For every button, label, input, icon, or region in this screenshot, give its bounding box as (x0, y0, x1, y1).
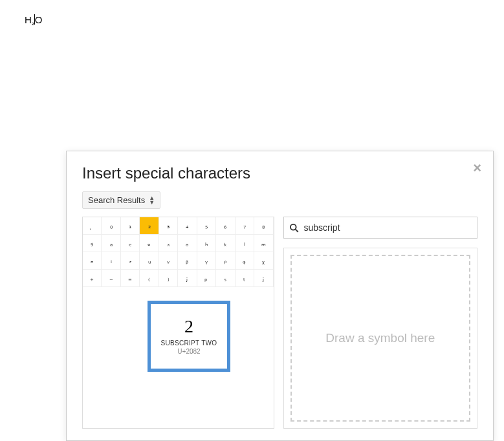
dropdown-label: Search Results (88, 195, 145, 205)
char-cell[interactable]: ₔ (178, 235, 197, 252)
search-input[interactable] (303, 222, 472, 233)
svg-point-0 (290, 224, 296, 230)
char-cell[interactable]: ⱼ (254, 270, 273, 287)
char-cell[interactable]: ᵢ (102, 252, 120, 270)
char-cell[interactable]: ₎ (159, 270, 178, 287)
char-cell[interactable]: ᵪ (254, 252, 273, 270)
char-cell[interactable]: ₉ (83, 235, 102, 252)
char-cell[interactable]: ᵦ (178, 252, 197, 270)
char-cell[interactable]: ᵧ (197, 252, 216, 270)
char-cell[interactable]: ₍ (140, 270, 159, 287)
char-cell[interactable]: ₕ (197, 235, 216, 252)
char-cell[interactable]: ₄ (178, 217, 197, 235)
char-cell[interactable]: ᵨ (216, 252, 235, 270)
char-cell[interactable]: ⱼ (178, 270, 197, 287)
char-cell[interactable]: ₆ (216, 217, 235, 235)
char-cell[interactable]: ₘ (254, 235, 273, 252)
char-cell[interactable]: ₃ (159, 217, 178, 235)
char-cell[interactable]: ₚ (197, 270, 216, 287)
char-cell[interactable]: ₙ (83, 252, 102, 270)
tooltip-char: 2 (184, 317, 193, 336)
char-cell[interactable]: ₌ (121, 270, 140, 287)
svg-line-1 (295, 229, 298, 231)
char-cell[interactable]: ͅ (83, 217, 102, 235)
char-cell[interactable]: ₋ (102, 270, 120, 287)
char-cell[interactable]: ᵣ (121, 252, 140, 270)
draw-placeholder: Draw a symbol here (325, 331, 435, 345)
char-cell[interactable]: ₒ (140, 235, 159, 252)
category-dropdown[interactable]: Search Results ▲▼ (82, 191, 160, 209)
close-button[interactable]: × (473, 161, 481, 175)
tooltip-name: SUBSCRIPT TWO (161, 339, 217, 347)
draw-panel: Draw a symbol here (283, 248, 477, 429)
char-cell[interactable]: ₛ (216, 270, 235, 287)
char-cell[interactable]: ₁ (121, 217, 140, 235)
char-cell[interactable]: ₑ (121, 235, 140, 252)
char-cell[interactable]: ᵩ (236, 252, 254, 270)
special-characters-dialog: × Insert special characters Search Resul… (66, 151, 494, 441)
sort-icon: ▲▼ (149, 196, 155, 205)
dialog-title: Insert special characters (82, 164, 477, 182)
char-cell[interactable]: ᵤ (140, 252, 159, 270)
char-cell[interactable]: ₊ (83, 270, 102, 287)
tooltip-code: U+2082 (177, 348, 200, 355)
character-grid: ͅ₀₁₂₃₄₅₆₇₈₉ₐₑₒₓₔₕₖₗₘₙᵢᵣᵤᵥᵦᵧᵨᵩᵪ₊₋₌₍₎ⱼₚₛₜⱼ (83, 217, 274, 287)
doc-char-before: H (25, 14, 32, 25)
char-cell[interactable]: ₇ (236, 217, 254, 235)
char-cell[interactable]: ₐ (102, 235, 120, 252)
char-cell[interactable]: ₓ (159, 235, 178, 252)
char-cell[interactable]: ₅ (197, 217, 216, 235)
char-cell[interactable]: ᵥ (159, 252, 178, 270)
search-icon (289, 223, 299, 233)
character-grid-panel: ͅ₀₁₂₃₄₅₆₇₈₉ₐₑₒₓₔₕₖₗₘₙᵢᵣᵤᵥᵦᵧᵨᵩᵪ₊₋₌₍₎ⱼₚₛₜⱼ… (82, 217, 274, 429)
text-cursor (34, 14, 35, 25)
character-tooltip: 2 SUBSCRIPT TWO U+2082 (148, 301, 230, 372)
search-box[interactable] (283, 217, 477, 239)
char-cell[interactable]: ₗ (236, 235, 254, 252)
char-cell[interactable]: ₜ (236, 270, 254, 287)
char-cell[interactable]: ₖ (216, 235, 235, 252)
draw-canvas[interactable]: Draw a symbol here (290, 255, 470, 422)
doc-char-after: O (35, 14, 43, 25)
char-cell[interactable]: ₈ (254, 217, 273, 235)
char-cell[interactable]: ₂ (140, 217, 159, 235)
document-text[interactable]: H₂O (25, 13, 43, 25)
char-cell[interactable]: ₀ (102, 217, 120, 235)
